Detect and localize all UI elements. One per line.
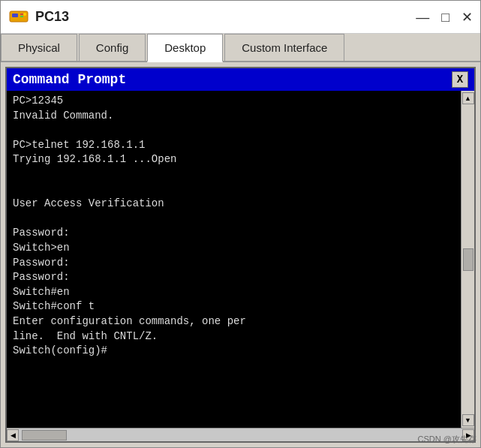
tab-desktop[interactable]: Desktop: [147, 34, 223, 62]
inner-window: Command Prompt X PC>12345 Invalid Comman…: [5, 67, 476, 443]
scroll-thumb-horizontal[interactable]: [22, 430, 67, 440]
svg-rect-1: [12, 14, 18, 17]
terminal-output: PC>12345 Invalid Command. PC>telnet 192.…: [13, 94, 455, 425]
tab-config[interactable]: Config: [79, 34, 146, 61]
scroll-up-button[interactable]: ▲: [462, 92, 474, 104]
svg-rect-2: [20, 14, 23, 15]
watermark: CSDN @攻先存: [418, 434, 476, 445]
svg-point-4: [23, 13, 26, 16]
svg-rect-3: [20, 16, 23, 17]
scroll-thumb-vertical[interactable]: [463, 248, 473, 271]
title-bar-controls: — □ ✕: [416, 11, 473, 24]
tab-physical[interactable]: Physical: [1, 34, 77, 61]
cmd-close-button[interactable]: X: [452, 71, 468, 88]
title-bar-left: PC13: [8, 7, 69, 28]
tab-custom-interface[interactable]: Custom Interface: [224, 34, 344, 61]
scroll-down-button[interactable]: ▼: [462, 414, 474, 426]
app-icon: [8, 7, 29, 28]
minimize-button[interactable]: —: [416, 11, 429, 24]
scroll-track-horizontal: [19, 428, 462, 441]
maximize-button[interactable]: □: [441, 11, 449, 24]
cmd-title-text: Command Prompt: [13, 72, 126, 87]
tab-bar: Physical Config Desktop Custom Interface: [1, 34, 480, 62]
scroll-left-button[interactable]: ◀: [7, 429, 19, 441]
title-bar: PC13 — □ ✕: [1, 1, 480, 34]
window-title: PC13: [35, 9, 69, 25]
main-window: PC13 — □ ✕ Physical Config Desktop Custo…: [0, 0, 481, 448]
vertical-scrollbar[interactable]: ▲ ▼: [461, 91, 474, 428]
cmd-title-bar: Command Prompt X: [7, 68, 474, 91]
terminal-area[interactable]: PC>12345 Invalid Command. PC>telnet 192.…: [7, 91, 461, 428]
main-content: Command Prompt X PC>12345 Invalid Comman…: [1, 62, 480, 447]
horizontal-scrollbar[interactable]: ◀ ▶: [7, 428, 474, 441]
close-button[interactable]: ✕: [461, 11, 473, 24]
